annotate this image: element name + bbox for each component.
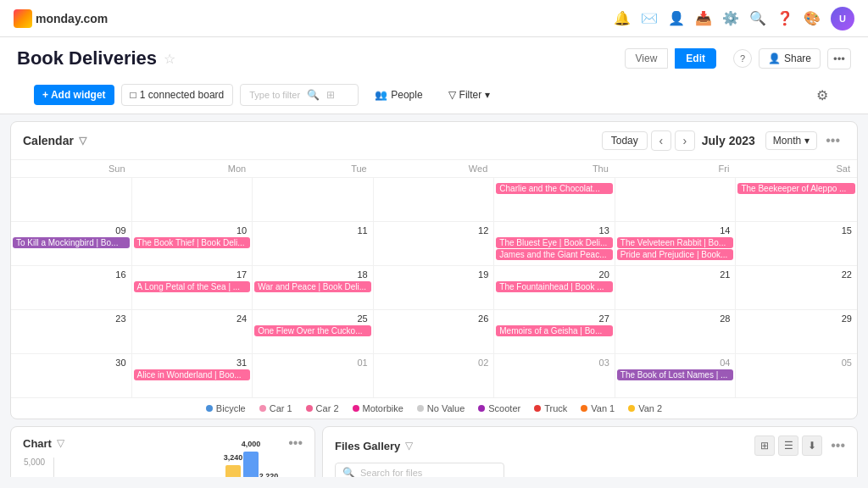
cal-cell[interactable]: 05 <box>736 354 857 398</box>
settings-icon[interactable]: ⚙ <box>810 83 834 107</box>
cal-cell[interactable]: 24 <box>132 310 253 354</box>
files-list-view-button[interactable]: ☰ <box>778 435 798 456</box>
cal-cell[interactable] <box>253 178 374 222</box>
invite-icon[interactable]: 🎨 <box>804 10 821 27</box>
connected-board-button[interactable]: □ 1 connected board <box>121 84 234 106</box>
cal-date: 15 <box>737 224 855 237</box>
calendar-title: Calendar ▽ <box>23 134 86 147</box>
apps-icon[interactable]: ⚙️ <box>722 10 739 27</box>
inbox-icon[interactable]: 📥 <box>695 10 712 27</box>
more-button[interactable]: ••• <box>827 48 851 69</box>
cal-cell[interactable]: Charlie and the Chocolat... <box>494 178 615 222</box>
calendar-widget: Calendar ▽ Today ‹ › July 2023 Month ▾ •… <box>10 121 858 419</box>
bell-icon[interactable]: 🔔 <box>614 10 631 27</box>
edit-button[interactable]: Edit <box>675 48 716 69</box>
cal-event[interactable]: The Bluest Eye | Book Deli... <box>496 237 613 248</box>
cal-cell[interactable]: 03 <box>494 354 615 398</box>
cal-cell[interactable]: 14The Velveteen Rabbit | Bo...Pride and … <box>615 222 737 266</box>
chart-area: 5,0002,5000Historical Fiction370Kids Fic… <box>23 458 303 477</box>
files-more-button[interactable]: ••• <box>831 438 845 453</box>
files-filter-icon[interactable]: ▽ <box>405 440 413 452</box>
share-button[interactable]: 👤 Share <box>759 48 821 69</box>
cal-cell[interactable]: 18War and Peace | Book Deli... <box>253 266 374 310</box>
cal-cell[interactable]: 29 <box>736 310 857 354</box>
legend-item: Car 2 <box>306 403 339 413</box>
cal-cell[interactable]: 10The Book Thief | Book Deli... <box>132 222 253 266</box>
people-icon[interactable]: 👤 <box>668 10 685 27</box>
cal-event[interactable]: Pride and Prejudice | Book... <box>617 249 734 260</box>
cal-event[interactable]: James and the Giant Peac... <box>496 249 613 260</box>
cal-cell[interactable]: 04The Book of Lost Names | ... <box>615 354 737 398</box>
cal-date: 03 <box>496 356 613 369</box>
cal-cell[interactable]: 01 <box>253 354 374 398</box>
calendar-more-button[interactable]: ••• <box>821 130 845 151</box>
cal-cell[interactable]: 09To Kill a Mockingbird | Bo... <box>11 222 132 266</box>
cal-event[interactable]: The Book of Lost Names | ... <box>617 369 734 380</box>
cal-date: 05 <box>737 356 855 369</box>
cal-cell[interactable]: 11 <box>253 222 374 266</box>
cal-event[interactable]: The Velveteen Rabbit | Bo... <box>617 237 734 248</box>
cal-cell[interactable]: 16 <box>11 266 132 310</box>
search-icon[interactable]: 🔍 <box>749 10 766 27</box>
cal-cell[interactable]: 19 <box>374 266 495 310</box>
filter-input[interactable]: Type to filter 🔍 ⊞ <box>240 84 359 106</box>
cal-cell[interactable]: 21 <box>615 266 737 310</box>
cal-cell[interactable] <box>132 178 253 222</box>
cal-cell[interactable]: 15 <box>736 222 857 266</box>
month-select[interactable]: Month ▾ <box>765 131 817 150</box>
people-filter-button[interactable]: 👥 People <box>365 84 431 106</box>
cal-event[interactable]: The Book Thief | Book Deli... <box>134 237 251 248</box>
files-grid-view-button[interactable]: ⊞ <box>754 435 775 456</box>
cal-date: 19 <box>376 268 492 281</box>
prev-month-button[interactable]: ‹ <box>651 130 671 151</box>
cal-date: 12 <box>376 224 492 237</box>
cal-event[interactable]: War and Peace | Book Deli... <box>254 281 371 292</box>
cal-cell[interactable]: 30 <box>11 354 132 398</box>
cal-cell[interactable]: 25One Flew Over the Cucko... <box>253 310 374 354</box>
chart-filter-icon[interactable]: ▽ <box>57 437 64 449</box>
cal-cell[interactable]: 26 <box>374 310 495 354</box>
files-search[interactable]: 🔍 Search for files <box>335 463 504 477</box>
legend-dot <box>581 405 587 412</box>
cal-event[interactable]: The Fountainhead | Book ... <box>496 281 613 292</box>
next-month-button[interactable]: › <box>675 130 695 151</box>
cal-cell[interactable]: 17A Long Petal of the Sea | ... <box>132 266 253 310</box>
cal-cell[interactable]: 28 <box>615 310 737 354</box>
calendar-filter-icon[interactable]: ▽ <box>79 135 86 147</box>
cal-event[interactable]: A Long Petal of the Sea | ... <box>134 281 251 292</box>
cal-event[interactable]: Memoirs of a Geisha | Bo... <box>496 325 613 336</box>
chart-more-button[interactable]: ••• <box>288 435 303 451</box>
help-button[interactable]: ? <box>733 49 752 68</box>
files-download-button[interactable]: ⬇ <box>802 435 822 456</box>
cal-cell[interactable] <box>11 178 132 222</box>
today-button[interactable]: Today <box>602 131 648 150</box>
cal-event[interactable]: To Kill a Mockingbird | Bo... <box>13 237 130 248</box>
cal-event[interactable]: The Beekeeper of Aleppo ... <box>737 183 855 194</box>
cal-cell[interactable]: 13The Bluest Eye | Book Deli...James and… <box>494 222 615 266</box>
add-widget-button[interactable]: + Add widget <box>34 85 114 105</box>
legend-dot <box>628 405 635 412</box>
view-button[interactable]: View <box>625 48 669 69</box>
chart-bar: 3,240 <box>225 465 241 477</box>
cal-cell[interactable]: 20The Fountainhead | Book ... <box>494 266 615 310</box>
star-icon[interactable]: ☆ <box>164 51 175 67</box>
cal-cell[interactable] <box>374 178 495 222</box>
mail-icon[interactable]: ✉️ <box>641 10 658 27</box>
cal-cell[interactable] <box>615 178 737 222</box>
cal-cell[interactable]: 12 <box>374 222 495 266</box>
cal-event[interactable]: One Flew Over the Cucko... <box>254 325 371 336</box>
help-icon[interactable]: ❓ <box>776 10 793 27</box>
cal-cell[interactable]: 02 <box>374 354 495 398</box>
cal-cell[interactable]: 27Memoirs of a Geisha | Bo... <box>494 310 615 354</box>
cal-event[interactable]: Alice in Wonderland | Boo... <box>134 369 251 380</box>
filter-button[interactable]: ▽ Filter ▾ <box>439 84 500 106</box>
cal-cell[interactable]: The Beekeeper of Aleppo ... <box>736 178 857 222</box>
cal-event[interactable]: Charlie and the Chocolat... <box>496 183 613 194</box>
avatar[interactable]: U <box>831 7 854 30</box>
legend-dot <box>259 405 266 412</box>
cal-cell[interactable]: 23 <box>11 310 132 354</box>
bottom-panels: Chart ▽ ••• 5,0002,5000Historical Fictio… <box>10 426 858 477</box>
cal-date: 24 <box>134 312 251 325</box>
cal-cell[interactable]: 22 <box>736 266 857 310</box>
cal-cell[interactable]: 31Alice in Wonderland | Boo... <box>132 354 253 398</box>
